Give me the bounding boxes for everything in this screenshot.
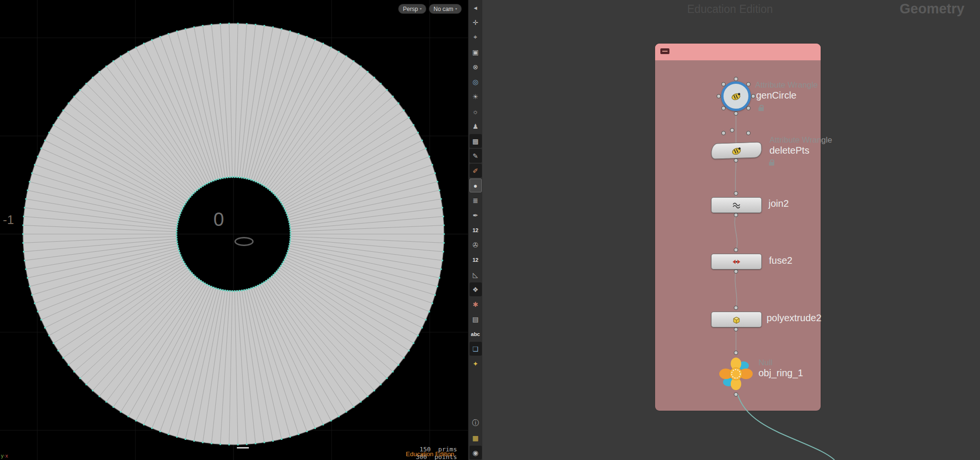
scene-viewport[interactable]: -1 0 Persp ▾ No cam ▾ y·x 150 prims 300 … — [0, 0, 468, 460]
world-space-icon[interactable]: ◎ — [469, 75, 482, 89]
comb-brush-icon[interactable]: ≣ — [469, 193, 482, 207]
edit-brush-red-icon[interactable]: ✐ — [469, 164, 482, 178]
smooth-shade-icon[interactable]: ✇ — [469, 238, 482, 252]
dropdown-caret-icon: ▾ — [455, 7, 457, 11]
fuse-icon — [731, 257, 742, 267]
desktop-grid-icon[interactable]: ▦ — [469, 431, 482, 445]
measure-icon[interactable]: ◺ — [469, 268, 482, 281]
grid-tick-mark — [237, 447, 249, 449]
text-overlay-icon[interactable]: abc — [469, 327, 482, 341]
attribwrangle-icon — [730, 90, 742, 102]
light-pin-icon[interactable]: ✦ — [469, 357, 482, 370]
subdivision-level-badge[interactable]: 12 — [469, 223, 482, 237]
node-obj-ring-1[interactable] — [718, 356, 754, 392]
edit-brush-icon[interactable]: ✎ — [469, 149, 482, 163]
lock-icon — [758, 107, 764, 111]
node-type-label: Attribute Wrangle — [769, 135, 832, 145]
view-tool-icon[interactable]: ✛ — [469, 15, 482, 29]
camera-menu-label: No cam — [434, 6, 453, 12]
frame-view-icon[interactable]: ⌖ — [469, 30, 482, 44]
axis-x-label: x — [5, 453, 8, 459]
viewport-canvas — [0, 0, 468, 460]
material-preview-icon[interactable]: ▩ — [469, 134, 482, 148]
node-fuse2[interactable] — [711, 254, 762, 269]
node-type-label: Null — [758, 358, 772, 368]
node-join2[interactable] — [711, 197, 762, 213]
node-name-label: polyextrude2 — [767, 313, 822, 324]
output-wire — [737, 393, 835, 460]
visibility-eye-icon[interactable]: ◉ — [469, 446, 482, 460]
axis-gizmo: y·x — [1, 453, 8, 459]
node-name-label: deletePts — [769, 145, 809, 156]
construction-plane-icon[interactable]: ❖ — [469, 282, 482, 296]
node-name-label: fuse2 — [769, 255, 792, 266]
dropdown-caret-icon: ▾ — [420, 7, 422, 11]
view-projection-menu[interactable]: Persp ▾ — [398, 4, 426, 14]
node-deletepts[interactable] — [711, 142, 762, 159]
lighting-mode-icon[interactable]: ☼ — [469, 104, 482, 118]
ink-pick-icon[interactable]: ✒ — [469, 208, 482, 222]
headlight-icon[interactable]: ☀ — [469, 90, 482, 103]
node-polyextrude2[interactable] — [711, 312, 762, 327]
lock-camera-icon[interactable]: ▣ — [469, 45, 482, 59]
info-icon[interactable]: ⓘ — [469, 416, 482, 430]
network-editor[interactable]: Education Edition Geometry — [482, 0, 980, 460]
grid-origin-label: 0 — [213, 209, 224, 230]
node-type-label: Attribute Wrangle — [755, 80, 818, 90]
node-name-label: join2 — [768, 198, 789, 209]
viewport-toolbar: ◂✛⌖▣⊗◎☀☼♟▩✎✐●≣✒12✇12◺❖✱▤abc❏✦ⓘ▦◉ — [468, 0, 482, 460]
camera-menu[interactable]: No cam ▾ — [429, 4, 462, 14]
join-icon — [731, 200, 742, 211]
view-projection-label: Persp — [403, 6, 418, 12]
node-name-label: genCircle — [756, 90, 796, 101]
subdivision-level-badge-2[interactable]: 12 — [469, 253, 482, 267]
node-gencircle[interactable] — [721, 81, 751, 111]
node-name-label: obj_ring_1 — [758, 368, 803, 379]
active-display-flag-icon[interactable]: ● — [469, 179, 482, 192]
pane-handle-icon[interactable]: ◂ — [469, 0, 482, 14]
snapshot-icon[interactable]: ⊗ — [469, 60, 482, 74]
null-node-icon — [718, 356, 754, 392]
attribwrangle-icon — [731, 145, 743, 157]
origin-handle[interactable] — [234, 237, 254, 246]
character-pose-icon[interactable]: ♟ — [469, 119, 482, 133]
lock-icon — [769, 162, 774, 166]
grid-axis-label: -1 — [3, 213, 14, 227]
education-edition-watermark: Education Edition — [406, 450, 454, 458]
houdini-window: -1 0 Persp ▾ No cam ▾ y·x 150 prims 300 … — [0, 0, 980, 460]
background-image-icon[interactable]: ❏ — [469, 342, 482, 356]
wrench-tool-icon[interactable]: ✱ — [469, 297, 482, 311]
polyextrude-icon — [731, 314, 742, 325]
visibility-layers-icon[interactable]: ▤ — [469, 312, 482, 326]
